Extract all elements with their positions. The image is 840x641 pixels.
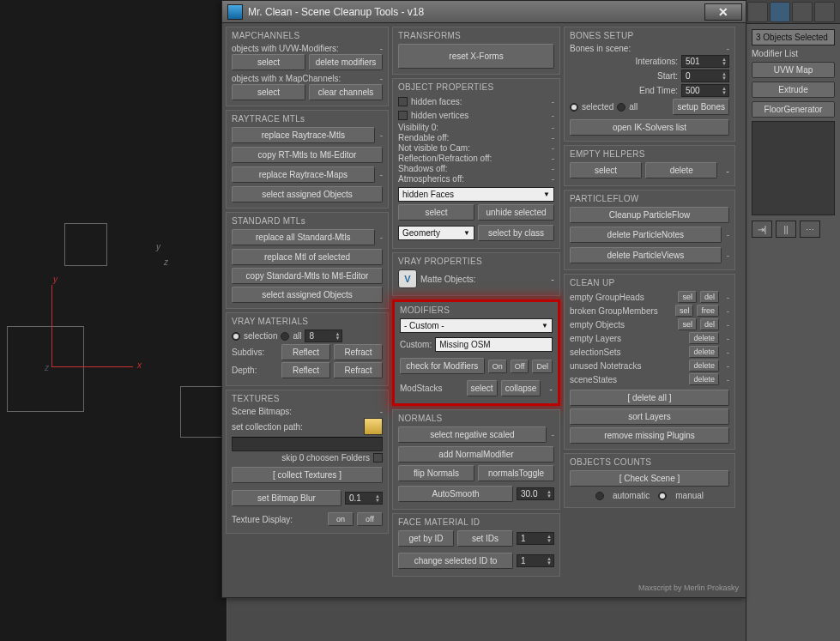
spinner-autosmooth[interactable]: 30.0▲▼ — [517, 487, 554, 500]
dash: - — [549, 384, 553, 394]
btn-objprops-select[interactable]: select — [398, 204, 474, 221]
btn-modstacks-collapse[interactable]: collapse — [501, 380, 541, 396]
btn-replace-all-std[interactable]: replace all Standard-Mtls — [232, 229, 375, 245]
btn-remove-missing-plugins[interactable]: remove missing Plugins — [570, 427, 729, 444]
btn-clear-channels[interactable]: clear channels — [309, 84, 383, 100]
btn-autosmooth[interactable]: AutoSmooth — [398, 486, 513, 502]
cleanup-btn-delete[interactable]: delete — [689, 360, 719, 372]
folder-icon[interactable] — [364, 418, 383, 435]
btn-set-bitmap-blur[interactable]: set Bitmap Blur — [232, 490, 341, 506]
radio-automatic[interactable] — [595, 492, 604, 500]
modifier-stack-view[interactable] — [752, 121, 835, 215]
cleanup-btn-sel[interactable]: sel — [678, 318, 697, 330]
input-custom-modifier[interactable] — [435, 337, 553, 352]
cleanup-btn-delete[interactable]: delete — [689, 346, 719, 358]
btn-check-scene[interactable]: [ Check Scene ] — [570, 470, 729, 487]
modlist-item-floorgen[interactable]: FloorGenerator — [752, 101, 835, 118]
modifier-list-label[interactable]: Modifier List — [752, 49, 835, 58]
spinner-bones-end[interactable]: 500▲▼ — [681, 84, 729, 97]
btn-emptyhelpers-select[interactable]: select — [570, 162, 642, 178]
close-button[interactable]: ✕ — [704, 3, 742, 21]
btn-add-normal-modifier[interactable]: add NormalModifier — [398, 446, 554, 463]
btn-change-selected-id[interactable]: change selected ID to — [398, 553, 513, 569]
btn-modstacks-select[interactable]: select — [467, 380, 498, 396]
cleanup-btn-del[interactable]: del — [700, 318, 719, 330]
btn-check-modifiers[interactable]: check for Modifiers — [400, 358, 485, 374]
radio-vray-selection[interactable] — [232, 332, 240, 341]
cleanup-row: sceneStatesdelete- — [570, 373, 729, 385]
btn-reset-xforms[interactable]: reset X-Forms — [398, 44, 554, 69]
btn-raytrace-select-assigned[interactable]: select assigned Objects — [232, 186, 383, 203]
btn-replace-mtl-selected[interactable]: replace Mtl of selected — [232, 249, 383, 265]
chk-hidden-faces[interactable] — [398, 97, 408, 106]
group-particleflow: PARTICLEFLOW Cleanup ParticleFlow delete… — [564, 190, 735, 270]
btn-select-uvw[interactable]: select — [232, 54, 305, 70]
btn-mod-off[interactable]: Off — [511, 360, 529, 373]
titlebar[interactable]: Mr. Clean - Scene Cleanup Tools - v18 ✕ — [222, 1, 746, 23]
btn-open-ik-solvers[interactable]: open IK-Solvers list — [570, 119, 729, 136]
btn-depth-refract[interactable]: Refract — [334, 362, 383, 378]
spinner-vray-count[interactable]: 8▲▼ — [305, 330, 342, 342]
vray-icon[interactable]: V — [398, 269, 417, 288]
btn-normals-toggle[interactable]: normalsToggle — [478, 465, 554, 481]
btn-get-by-id[interactable]: get by ID — [398, 530, 454, 547]
btn-copy-rt-mtls[interactable]: copy RT-Mtls to Mtl-Editor — [232, 147, 383, 163]
btn-cleanup-pflow[interactable]: Cleanup ParticleFlow — [570, 207, 729, 223]
btn-mod-del[interactable]: Del — [532, 360, 553, 373]
btn-emptyhelpers-delete[interactable]: delete — [645, 162, 717, 178]
radio-vray-all[interactable] — [281, 332, 289, 341]
btn-delete-modifiers[interactable]: delete modifiers — [309, 54, 383, 70]
input-collection-path[interactable] — [232, 437, 383, 451]
spinner-bitmap-blur[interactable]: 0.1▲▼ — [345, 492, 383, 505]
btn-collect-textures[interactable]: [ collect Textures ] — [232, 467, 383, 483]
btn-mod-on[interactable]: On — [488, 360, 507, 373]
chk-skip-folders[interactable] — [373, 453, 383, 463]
btn-depth-reflect[interactable]: Reflect — [281, 362, 330, 378]
transport-next[interactable]: ⋯ — [800, 221, 820, 238]
radio-bones-selected[interactable] — [570, 103, 578, 112]
radio-manual[interactable] — [658, 492, 667, 500]
btn-select-mapchan[interactable]: select — [232, 84, 305, 100]
cleanup-btn-sel[interactable]: sel — [675, 305, 694, 317]
cleanup-btn-free[interactable]: free — [697, 305, 719, 317]
panel-icon-2[interactable] — [770, 2, 790, 22]
btn-select-by-class[interactable]: select by class — [478, 225, 554, 241]
select-geometry[interactable]: Geomerty▼ — [398, 226, 474, 240]
modlist-item-extrude[interactable]: Extrude — [752, 82, 835, 98]
btn-cleanup-delete-all[interactable]: [ delete all ] — [570, 390, 729, 406]
cleanup-btn-delete[interactable]: delete — [689, 332, 719, 344]
btn-delete-particleviews[interactable]: delete ParticleViews — [570, 247, 722, 263]
btn-delete-particlenotes[interactable]: delete ParticleNotes — [570, 227, 722, 243]
btn-subdivs-refract[interactable]: Refract — [334, 344, 383, 360]
select-modifier-custom[interactable]: - Custom -▼ — [400, 318, 553, 333]
cleanup-btn-delete[interactable]: delete — [689, 373, 719, 385]
btn-flip-normals[interactable]: flip Normals — [398, 465, 474, 481]
btn-replace-raytrace-mtls[interactable]: replace Raytrace-Mtls — [232, 127, 375, 143]
chk-hidden-verts[interactable] — [398, 111, 408, 120]
btn-texdisplay-off[interactable]: off — [357, 512, 383, 526]
btn-subdivs-reflect[interactable]: Reflect — [281, 344, 330, 360]
spinner-interations[interactable]: 501▲▼ — [681, 55, 729, 68]
cleanup-btn-del[interactable]: del — [700, 291, 719, 303]
btn-sort-layers[interactable]: sort Layers — [570, 408, 729, 425]
panel-icon-3[interactable] — [792, 2, 813, 22]
transport-pause[interactable]: || — [776, 221, 796, 238]
btn-std-select-assigned[interactable]: select assigned Objects — [232, 287, 383, 303]
spinner-face-id2[interactable]: 1▲▼ — [517, 554, 554, 567]
btn-replace-raytrace-maps[interactable]: replace Raytrace-Maps — [232, 166, 375, 183]
btn-select-neg-scaled[interactable]: select negative scaled — [398, 426, 547, 443]
spinner-face-id1[interactable]: 1▲▼ — [517, 532, 554, 545]
btn-copy-std-mtls[interactable]: copy Standard-Mtls to Mtl-Editor — [232, 268, 383, 284]
btn-set-ids[interactable]: set IDs — [457, 530, 513, 547]
select-hidden-faces[interactable]: hidden Faces▼ — [398, 187, 554, 202]
panel-icon-4[interactable] — [814, 2, 835, 22]
cleanup-btn-sel[interactable]: sel — [678, 291, 697, 303]
btn-setup-bones[interactable]: setup Bones — [673, 99, 729, 115]
btn-unhide-selected[interactable]: unhide selected — [478, 204, 554, 221]
modlist-item-uvwmap[interactable]: UVW Map — [752, 62, 835, 78]
btn-texdisplay-on[interactable]: on — [328, 512, 354, 526]
transport-prev[interactable]: ⇥| — [752, 221, 772, 238]
radio-bones-all[interactable] — [617, 103, 625, 112]
spinner-bones-start[interactable]: 0▲▼ — [681, 70, 729, 82]
panel-icon-1[interactable] — [747, 2, 768, 22]
